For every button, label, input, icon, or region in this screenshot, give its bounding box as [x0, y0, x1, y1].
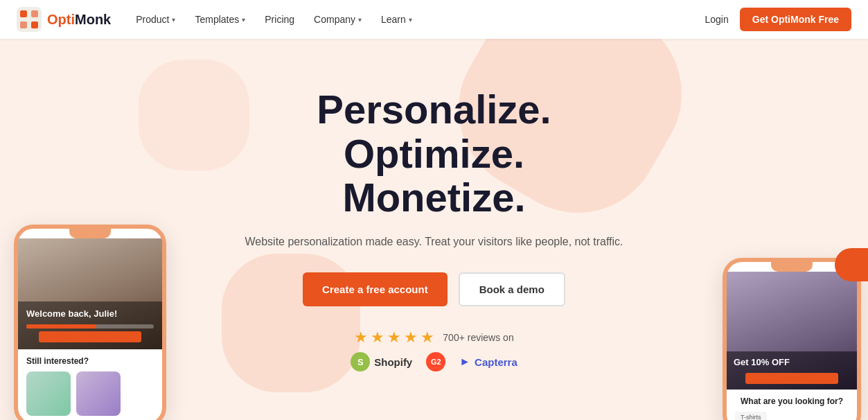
phone-popup: Welcome back, Julie!	[18, 301, 162, 349]
chevron-down-icon: ▾	[172, 16, 175, 24]
phone-notch	[69, 229, 111, 238]
star-5: ★	[420, 329, 434, 347]
popup-action-button	[39, 331, 141, 342]
nav-right: Login Get OptiMonk Free	[705, 8, 852, 31]
chevron-down-icon: ▾	[358, 16, 362, 24]
card-products	[26, 371, 154, 416]
platforms-row: S Shopify G2 ► Capterra	[351, 352, 517, 371]
g2-icon: G2	[426, 352, 445, 371]
shopify-icon: S	[351, 352, 370, 371]
nav-item-learn[interactable]: Learn ▾	[373, 10, 420, 29]
right-tag-row: T-shirts	[735, 412, 849, 420]
star-2: ★	[371, 329, 384, 347]
hero-content: Personalize. Optimize. Monetize. Website…	[220, 87, 649, 371]
logo-icon	[17, 7, 42, 32]
capterra-icon: ►	[459, 356, 470, 368]
login-link[interactable]: Login	[705, 14, 729, 25]
peek-circle-decoration	[835, 248, 868, 281]
popup-progress-bar-bg	[26, 324, 154, 329]
hero-buttons: Create a free account Book a demo	[233, 272, 635, 306]
right-card-area: What are you looking for? T-shirts	[727, 390, 857, 420]
star-4: ★	[404, 329, 418, 347]
tag-tshirts: T-shirts	[735, 412, 767, 420]
phone-image-right: Get 10% OFF	[727, 272, 857, 390]
create-account-button[interactable]: Create a free account	[303, 272, 448, 306]
reviews-text: 700+ reviews on	[443, 332, 513, 343]
product-thumb-2	[76, 371, 121, 416]
phone-card-area: Still interested?	[18, 349, 162, 420]
phone-mockup-left: Welcome back, Julie! Still interested?	[14, 225, 166, 420]
right-card-title: What are you looking for?	[735, 396, 849, 406]
star-1: ★	[354, 329, 368, 347]
hero-subtitle: Website personalization made easy. Treat…	[233, 234, 635, 250]
nav-item-product[interactable]: Product ▾	[127, 10, 184, 29]
nav-links: Product ▾ Templates ▾ Pricing Company ▾ …	[127, 10, 705, 29]
navbar: OptiMonk Product ▾ Templates ▾ Pricing C…	[0, 0, 868, 39]
star-3: ★	[387, 329, 401, 347]
nav-cta-button[interactable]: Get OptiMonk Free	[740, 8, 851, 31]
svg-rect-4	[31, 21, 38, 28]
hero-title: Personalize. Optimize. Monetize.	[233, 87, 635, 220]
chevron-down-icon: ▾	[242, 16, 245, 24]
popup-discount-text: Get 10% OFF	[734, 357, 850, 369]
phone-popup-right: Get 10% OFF	[727, 351, 857, 390]
platform-capterra: ► Capterra	[459, 356, 517, 368]
shopify-label: Shopify	[374, 356, 412, 368]
platform-g2: G2	[426, 352, 445, 371]
svg-rect-2	[31, 10, 38, 17]
svg-rect-3	[20, 21, 27, 28]
popup-right-button	[745, 373, 838, 384]
nav-item-templates[interactable]: Templates ▾	[186, 10, 254, 29]
hero-section: Welcome back, Julie! Still interested? P…	[0, 39, 868, 420]
logo-text: OptiMonk	[47, 12, 111, 28]
phone-notch-right	[771, 262, 813, 272]
chevron-down-icon: ▾	[409, 16, 412, 24]
svg-rect-0	[17, 7, 42, 32]
phone-mockup-right: Get 10% OFF What are you looking for? T-…	[723, 258, 861, 420]
product-thumb-1	[26, 371, 71, 416]
nav-item-company[interactable]: Company ▾	[305, 10, 370, 29]
svg-rect-1	[20, 10, 27, 17]
phone-image-area: Welcome back, Julie!	[18, 238, 162, 349]
popup-welcome-text: Welcome back, Julie!	[26, 308, 154, 320]
reviews-area: ★ ★ ★ ★ ★ 700+ reviews on S Shopify G2 ►…	[233, 329, 635, 371]
nav-item-pricing[interactable]: Pricing	[256, 10, 303, 29]
capterra-label: Capterra	[475, 356, 517, 368]
logo[interactable]: OptiMonk	[17, 7, 111, 32]
card-title: Still interested?	[26, 356, 154, 366]
book-demo-button[interactable]: Book a demo	[459, 272, 565, 306]
popup-progress-bar-fill	[26, 324, 96, 329]
stars-row: ★ ★ ★ ★ ★ 700+ reviews on	[354, 329, 513, 347]
platform-shopify: S Shopify	[351, 352, 412, 371]
